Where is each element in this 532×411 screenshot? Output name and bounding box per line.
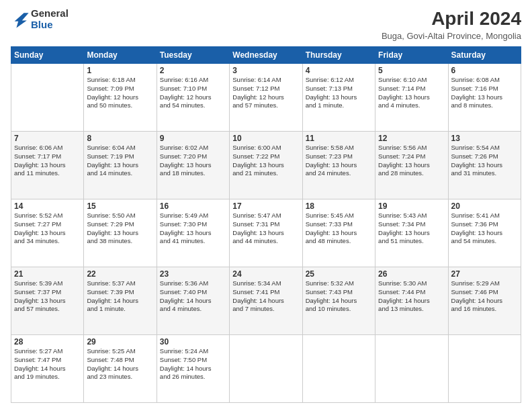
day-number: 5 [378,66,445,75]
day-number: 23 [160,269,226,279]
header-monday: Monday [84,47,157,64]
day-number: 1 [87,66,153,75]
day-info: Sunrise: 5:56 AM Sunset: 7:24 PM Dayligh… [378,144,445,178]
day-number: 22 [87,269,153,279]
week-row-1: 7Sunrise: 6:06 AM Sunset: 7:17 PM Daylig… [11,132,521,199]
day-info: Sunrise: 5:50 AM Sunset: 7:29 PM Dayligh… [87,212,153,246]
table-cell [375,335,448,403]
day-number: 25 [306,269,372,279]
week-row-3: 21Sunrise: 5:39 AM Sunset: 7:37 PM Dayli… [11,267,521,335]
table-cell: 16Sunrise: 5:49 AM Sunset: 7:30 PM Dayli… [157,199,229,267]
day-number: 8 [87,134,153,143]
day-number: 16 [160,201,226,211]
table-cell: 11Sunrise: 5:58 AM Sunset: 7:23 PM Dayli… [302,132,375,199]
day-info: Sunrise: 5:25 AM Sunset: 7:48 PM Dayligh… [87,347,153,381]
table-cell: 7Sunrise: 6:06 AM Sunset: 7:17 PM Daylig… [11,132,84,199]
day-info: Sunrise: 5:52 AM Sunset: 7:27 PM Dayligh… [14,212,81,246]
day-info: Sunrise: 6:06 AM Sunset: 7:17 PM Dayligh… [14,144,81,178]
day-info: Sunrise: 5:49 AM Sunset: 7:30 PM Dayligh… [160,212,226,246]
title-block: April 2024 Buga, Govi-Altai Province, Mo… [382,8,521,41]
day-number: 24 [232,269,299,279]
day-number: 18 [306,201,372,211]
header-friday: Friday [375,47,448,64]
day-info: Sunrise: 6:14 AM Sunset: 7:12 PM Dayligh… [232,76,299,110]
table-cell: 18Sunrise: 5:45 AM Sunset: 7:33 PM Dayli… [302,199,375,267]
table-cell [11,64,84,132]
logo-general-text: General [31,8,69,19]
day-info: Sunrise: 5:43 AM Sunset: 7:34 PM Dayligh… [378,212,445,246]
day-number: 6 [451,66,518,75]
logo-icon [11,10,30,29]
day-number: 20 [451,201,518,211]
table-cell: 9Sunrise: 6:02 AM Sunset: 7:20 PM Daylig… [157,132,229,199]
table-cell: 25Sunrise: 5:32 AM Sunset: 7:43 PM Dayli… [302,267,375,335]
day-info: Sunrise: 5:41 AM Sunset: 7:36 PM Dayligh… [451,212,518,246]
subtitle: Buga, Govi-Altai Province, Mongolia [382,31,521,41]
day-info: Sunrise: 5:27 AM Sunset: 7:47 PM Dayligh… [14,347,81,381]
day-info: Sunrise: 5:54 AM Sunset: 7:26 PM Dayligh… [451,144,518,178]
day-number: 15 [87,201,153,211]
table-cell: 6Sunrise: 6:08 AM Sunset: 7:16 PM Daylig… [448,64,521,132]
table-cell: 2Sunrise: 6:16 AM Sunset: 7:10 PM Daylig… [157,64,229,132]
day-info: Sunrise: 5:29 AM Sunset: 7:46 PM Dayligh… [451,279,518,314]
table-cell: 20Sunrise: 5:41 AM Sunset: 7:36 PM Dayli… [448,199,521,267]
table-cell: 21Sunrise: 5:39 AM Sunset: 7:37 PM Dayli… [11,267,84,335]
day-number: 30 [160,337,226,347]
table-cell: 3Sunrise: 6:14 AM Sunset: 7:12 PM Daylig… [230,64,302,132]
table-cell: 15Sunrise: 5:50 AM Sunset: 7:29 PM Dayli… [84,199,157,267]
table-cell: 5Sunrise: 6:10 AM Sunset: 7:14 PM Daylig… [375,64,448,132]
header-thursday: Thursday [302,47,375,64]
main-title: April 2024 [382,8,521,30]
day-info: Sunrise: 6:16 AM Sunset: 7:10 PM Dayligh… [160,76,226,110]
day-number: 14 [14,201,81,211]
day-info: Sunrise: 5:32 AM Sunset: 7:43 PM Dayligh… [306,279,372,314]
day-info: Sunrise: 6:00 AM Sunset: 7:22 PM Dayligh… [232,144,299,178]
header-saturday: Saturday [448,47,521,64]
day-number: 28 [14,337,81,347]
day-info: Sunrise: 5:36 AM Sunset: 7:40 PM Dayligh… [160,279,226,314]
day-info: Sunrise: 6:04 AM Sunset: 7:19 PM Dayligh… [87,144,153,178]
day-number: 26 [378,269,445,279]
week-row-4: 28Sunrise: 5:27 AM Sunset: 7:47 PM Dayli… [11,335,521,403]
day-number: 19 [378,201,445,211]
logo: General Blue [11,8,69,30]
day-info: Sunrise: 5:34 AM Sunset: 7:41 PM Dayligh… [232,279,299,314]
table-cell: 22Sunrise: 5:37 AM Sunset: 7:39 PM Dayli… [84,267,157,335]
day-info: Sunrise: 5:30 AM Sunset: 7:44 PM Dayligh… [378,279,445,314]
day-info: Sunrise: 5:58 AM Sunset: 7:23 PM Dayligh… [306,144,372,178]
day-number: 4 [306,66,372,75]
day-info: Sunrise: 6:12 AM Sunset: 7:13 PM Dayligh… [306,76,372,110]
day-number: 9 [160,134,226,143]
svg-marker-0 [15,13,29,28]
day-info: Sunrise: 5:45 AM Sunset: 7:33 PM Dayligh… [306,212,372,246]
day-number: 21 [14,269,81,279]
day-info: Sunrise: 5:24 AM Sunset: 7:50 PM Dayligh… [160,347,226,381]
day-info: Sunrise: 5:37 AM Sunset: 7:39 PM Dayligh… [87,279,153,314]
logo-text: General Blue [31,8,69,30]
day-number: 27 [451,269,518,279]
day-number: 2 [160,66,226,75]
calendar-table: Sunday Monday Tuesday Wednesday Thursday… [11,46,521,403]
table-cell [230,335,302,403]
table-cell [302,335,375,403]
header: General Blue April 2024 Buga, Govi-Altai… [11,8,521,41]
table-cell: 19Sunrise: 5:43 AM Sunset: 7:34 PM Dayli… [375,199,448,267]
table-cell: 28Sunrise: 5:27 AM Sunset: 7:47 PM Dayli… [11,335,84,403]
day-info: Sunrise: 6:18 AM Sunset: 7:09 PM Dayligh… [87,76,153,110]
week-row-2: 14Sunrise: 5:52 AM Sunset: 7:27 PM Dayli… [11,199,521,267]
day-number: 11 [306,134,372,143]
weekday-header-row: Sunday Monday Tuesday Wednesday Thursday… [11,47,521,64]
header-sunday: Sunday [11,47,84,64]
table-cell: 8Sunrise: 6:04 AM Sunset: 7:19 PM Daylig… [84,132,157,199]
day-info: Sunrise: 5:47 AM Sunset: 7:31 PM Dayligh… [232,212,299,246]
day-number: 10 [232,134,299,143]
table-cell: 24Sunrise: 5:34 AM Sunset: 7:41 PM Dayli… [230,267,302,335]
header-wednesday: Wednesday [230,47,302,64]
day-number: 17 [232,201,299,211]
table-cell [448,335,521,403]
table-cell: 10Sunrise: 6:00 AM Sunset: 7:22 PM Dayli… [230,132,302,199]
day-number: 3 [232,66,299,75]
day-info: Sunrise: 6:10 AM Sunset: 7:14 PM Dayligh… [378,76,445,110]
day-info: Sunrise: 6:08 AM Sunset: 7:16 PM Dayligh… [451,76,518,110]
day-number: 7 [14,134,81,143]
